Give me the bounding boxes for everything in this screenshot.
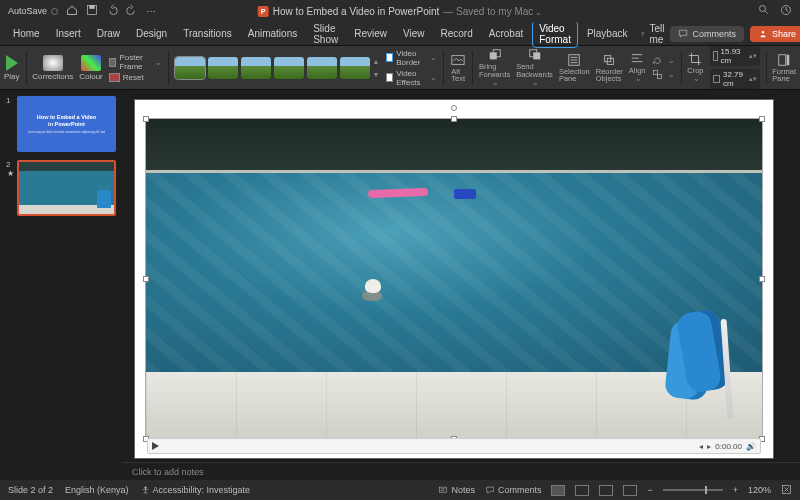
tell-me-icon[interactable]: Tell me <box>640 23 668 45</box>
svg-point-2 <box>760 6 766 12</box>
tab-design[interactable]: Design <box>129 25 174 42</box>
status-language[interactable]: English (Kenya) <box>65 485 129 495</box>
search-icon[interactable] <box>758 4 770 18</box>
quick-access-toolbar: ⋯ <box>66 4 156 18</box>
svg-point-4 <box>643 35 644 36</box>
tab-draw[interactable]: Draw <box>90 25 127 42</box>
notes-pane[interactable]: Click to add notes <box>122 462 800 480</box>
tab-record[interactable]: Record <box>434 25 480 42</box>
gallery-up-icon[interactable]: ▲ <box>373 58 380 65</box>
video-style-1[interactable] <box>175 57 205 79</box>
window-title: P How to Embed a Video in PowerPoint — S… <box>258 6 543 17</box>
crop-button[interactable]: Crop <box>687 52 703 84</box>
zoom-slider[interactable] <box>663 489 723 491</box>
view-reading-icon[interactable] <box>599 485 613 496</box>
resize-handle[interactable] <box>451 116 457 122</box>
slide-thumbnail-2[interactable] <box>17 160 116 216</box>
rotate-button[interactable] <box>652 55 675 66</box>
video-step-fwd-icon[interactable]: ▸ <box>707 442 711 451</box>
reorder-objects-button[interactable]: Reorder Objects <box>596 53 623 83</box>
tab-home[interactable]: Home <box>6 25 47 42</box>
tab-acrobat[interactable]: Acrobat <box>482 25 530 42</box>
tab-animations[interactable]: Animations <box>241 25 304 42</box>
view-sorter-icon[interactable] <box>575 485 589 496</box>
svg-rect-15 <box>657 75 661 79</box>
status-notes-button[interactable]: Notes <box>438 485 475 495</box>
editor-body: 1 How to Embed a Video in PowerPoint Lor… <box>0 90 800 480</box>
width-input[interactable]: 32.79 cm▴▾ <box>710 69 760 89</box>
zoom-level[interactable]: 120% <box>748 485 771 495</box>
ribbon-tabs: Home Insert Draw Design Transitions Anim… <box>0 22 800 46</box>
status-accessibility[interactable]: Accessibility: Investigate <box>141 485 251 495</box>
fit-window-icon[interactable] <box>781 484 792 497</box>
redo-icon[interactable] <box>126 4 138 18</box>
powerpoint-icon: P <box>258 6 269 17</box>
slide-thumbnail-1[interactable]: How to Embed a Video in PowerPoint Lorem… <box>17 96 116 152</box>
format-pane-button[interactable]: Format Pane <box>772 53 796 83</box>
status-slide: Slide 2 of 2 <box>8 485 53 495</box>
tab-insert[interactable]: Insert <box>49 25 88 42</box>
reset-button[interactable]: Reset <box>109 73 162 82</box>
resize-handle[interactable] <box>143 276 149 282</box>
video-style-2[interactable] <box>208 57 238 79</box>
poster-frame-button[interactable]: Poster Frame <box>109 53 162 71</box>
share-button[interactable]: Share <box>750 26 800 42</box>
tab-playback[interactable]: Playback <box>580 25 635 42</box>
save-icon[interactable] <box>86 4 98 18</box>
video-style-4[interactable] <box>274 57 304 79</box>
selection-pane-button[interactable]: Selection Pane <box>559 53 590 83</box>
history-icon[interactable] <box>780 4 792 18</box>
video-object[interactable] <box>145 118 763 440</box>
resize-handle[interactable] <box>759 116 765 122</box>
svg-rect-16 <box>779 54 786 65</box>
titlebar: AutoSave ⋯ P How to Embed a Video in Pow… <box>0 0 800 22</box>
more-icon[interactable]: ⋯ <box>146 6 156 17</box>
comments-button[interactable]: Comments <box>670 26 744 42</box>
video-style-5[interactable] <box>307 57 337 79</box>
view-slideshow-icon[interactable] <box>623 485 637 496</box>
tab-view[interactable]: View <box>396 25 432 42</box>
zoom-out-button[interactable]: − <box>647 485 652 495</box>
video-volume-icon[interactable]: 🔊 <box>746 442 756 451</box>
video-play-icon[interactable] <box>152 442 159 450</box>
height-input[interactable]: 15.93 cm▴▾ <box>710 46 760 66</box>
undo-icon[interactable] <box>106 4 118 18</box>
rotate-handle[interactable] <box>451 105 457 111</box>
tab-slide-show[interactable]: Slide Show <box>306 20 345 48</box>
home-icon[interactable] <box>66 4 78 18</box>
video-style-3[interactable] <box>241 57 271 79</box>
gallery-down-icon[interactable]: ▼ <box>373 71 380 78</box>
view-normal-icon[interactable] <box>551 485 565 496</box>
ribbon: Play Corrections Colour Poster Frame Res… <box>0 46 800 90</box>
video-styles-gallery[interactable]: ▲▼ <box>175 57 380 79</box>
corrections-button[interactable]: Corrections <box>32 55 73 81</box>
align-button[interactable]: Align <box>629 52 646 84</box>
saved-status[interactable]: — Saved to my Mac <box>443 6 542 17</box>
svg-point-18 <box>144 486 146 488</box>
size-inputs: 15.93 cm▴▾ 32.79 cm▴▾ <box>710 46 760 89</box>
thumb-number: 1 <box>6 96 14 152</box>
video-content <box>146 119 762 439</box>
tab-transitions[interactable]: Transitions <box>176 25 239 42</box>
bring-forwards-button[interactable]: Bring Forwards <box>479 48 510 87</box>
video-playback-bar: ◂ ▸ 0:00.00 🔊 <box>147 438 761 454</box>
zoom-in-button[interactable]: + <box>733 485 738 495</box>
play-button[interactable]: Play <box>4 55 20 81</box>
group-button[interactable] <box>652 69 675 80</box>
video-effects-button[interactable]: Video Effects <box>386 69 438 87</box>
tab-video-format[interactable]: Video Format <box>532 20 578 48</box>
autosave-toggle[interactable]: AutoSave <box>8 6 58 16</box>
tab-review[interactable]: Review <box>347 25 394 42</box>
alt-text-button[interactable]: Alt Text <box>450 53 466 83</box>
thumb-number: 2 <box>6 160 14 169</box>
resize-handle[interactable] <box>759 276 765 282</box>
slide-canvas[interactable]: ◂ ▸ 0:00.00 🔊 <box>134 99 774 459</box>
resize-handle[interactable] <box>143 116 149 122</box>
video-style-6[interactable] <box>340 57 370 79</box>
slide-stage: ◂ ▸ 0:00.00 🔊 Click to add notes <box>122 90 800 480</box>
send-backwards-button[interactable]: Send Backwards <box>516 48 553 87</box>
status-comments-button[interactable]: Comments <box>485 485 542 495</box>
colour-button[interactable]: Colour <box>79 55 103 81</box>
video-border-button[interactable]: Video Border <box>386 49 438 67</box>
video-step-back-icon[interactable]: ◂ <box>699 442 703 451</box>
